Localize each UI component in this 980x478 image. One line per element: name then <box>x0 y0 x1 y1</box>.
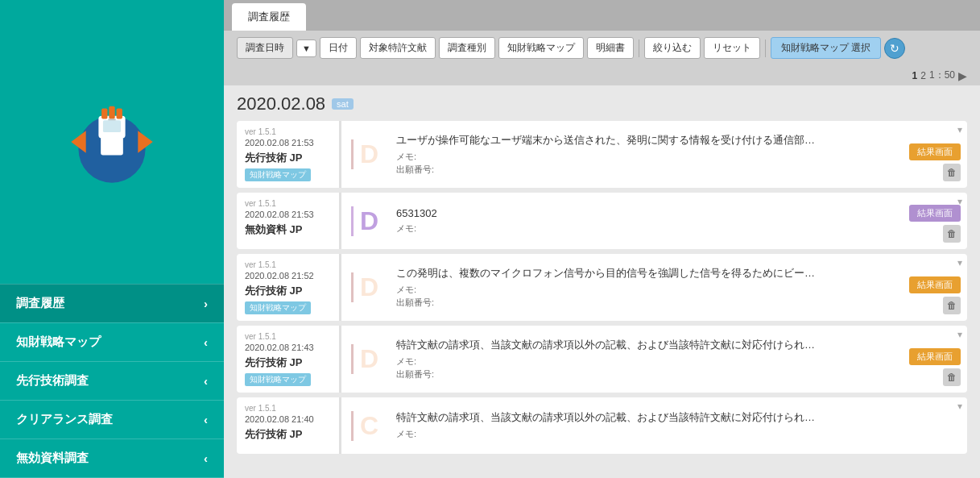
collapse-icon-1[interactable]: ▾ <box>953 121 967 139</box>
record-datetime-1: 2020.02.08 21:53 <box>245 138 314 148</box>
page-current: 1 <box>912 70 918 81</box>
record-memo-3: メモ: <box>396 284 901 296</box>
target-patent-button[interactable]: 対象特許文献 <box>360 37 436 59</box>
record-letter-container-2: D <box>341 193 388 249</box>
date-badge: sat <box>332 98 354 110</box>
delete-button-3[interactable]: 🗑 <box>943 297 961 314</box>
result-button-4[interactable]: 結果画面 <box>909 348 961 365</box>
record-ver-1: ver 1.5.1 <box>245 127 276 136</box>
record-type-3: 先行技術 JP <box>245 284 303 298</box>
date-header: 2020.02.08 sat <box>237 94 967 114</box>
select-ip-map-button[interactable]: 知財戦略マップ 選択 <box>771 37 881 59</box>
main-content: 調査履歴 調査日時 ▼ 日付 対象特許文献 調査種別 知財戦略マップ 明細書 絞… <box>224 0 980 478</box>
svg-marker-2 <box>138 131 152 153</box>
sidebar-item-label: 先行技術調査 <box>16 373 89 389</box>
result-button-1[interactable]: 結果画面 <box>909 143 961 160</box>
sidebar-item-label: 調査履歴 <box>16 296 64 311</box>
chevron-right-icon: › <box>204 297 208 310</box>
chevron-left-icon: ‹ <box>204 374 208 388</box>
svg-marker-1 <box>71 131 85 153</box>
toolbar-divider-2 <box>765 39 766 57</box>
record-type-1: 先行技術 JP <box>245 151 303 165</box>
date-button[interactable]: 日付 <box>320 37 357 59</box>
record-meta-1: ver 1.5.1 2020.02.08 21:53 先行技術 JP 知財戦略マ… <box>237 121 341 188</box>
filter-button[interactable]: 絞り込む <box>644 37 701 59</box>
sidebar-item-clearance[interactable]: クリアランス調査 ‹ <box>0 400 224 439</box>
record-content-1: ユーザが操作可能なユーザ端末から送信された、発明に関する情報を受け付ける通信部…… <box>388 121 909 188</box>
record-tag-1: 知財戦略マップ <box>245 168 311 181</box>
chevron-left-icon: ‹ <box>204 335 208 349</box>
collapse-icon-2[interactable]: ▾ <box>953 193 967 210</box>
record-tag-4: 知財戦略マップ <box>245 373 311 386</box>
record-letter-container-4: D <box>341 326 388 393</box>
record-app-3: 出願番号: <box>396 297 901 309</box>
record-title-1: ユーザが操作可能なユーザ端末から送信された、発明に関する情報を受け付ける通信部… <box>396 133 901 148</box>
sidebar-item-survey-history[interactable]: 調査履歴 › <box>0 284 224 322</box>
svg-rect-9 <box>103 120 121 132</box>
delete-button-2[interactable]: 🗑 <box>943 225 961 243</box>
svg-rect-4 <box>101 108 107 118</box>
record-memo-1: メモ: <box>396 151 901 163</box>
refresh-icon: ↻ <box>890 42 899 55</box>
table-row: ver 1.5.1 2020.02.08 21:40 先行技術 JP C 特許文… <box>237 397 967 454</box>
collapse-icon-5[interactable]: ▾ <box>953 397 967 415</box>
chevron-left-icon: ‹ <box>204 413 208 426</box>
tab-header: 調査履歴 <box>224 0 980 31</box>
record-datetime-5: 2020.02.08 21:40 <box>245 414 314 424</box>
pagination: 1 2 1：50 ▶ <box>224 65 980 85</box>
tab-survey-history[interactable]: 調査履歴 <box>232 3 306 31</box>
toolbar-divider-1 <box>639 39 639 57</box>
record-letter-1: D <box>351 139 378 169</box>
sidebar-item-invalid-material[interactable]: 無効資料調査 ‹ <box>0 439 224 478</box>
sidebar-item-prior-art[interactable]: 先行技術調査 ‹ <box>0 361 224 400</box>
record-memo-2: メモ: <box>396 222 901 235</box>
record-ver-3: ver 1.5.1 <box>245 260 276 269</box>
dropdown-arrow-button[interactable]: ▼ <box>296 39 316 57</box>
record-title-2: 6531302 <box>396 207 901 219</box>
result-button-3[interactable]: 結果画面 <box>909 276 961 293</box>
record-title-3: この発明は、複数のマイクロフォン信号から目的信号を強調した信号を得るためにビー… <box>396 266 901 281</box>
refresh-button[interactable]: ↻ <box>884 38 905 59</box>
date-group: 2020.02.08 sat ver 1.5.1 2020.02.08 21:5… <box>237 94 967 454</box>
record-letter-container-3: D <box>341 254 388 321</box>
record-content-3: この発明は、複数のマイクロフォン信号から目的信号を強調した信号を得るためにビー…… <box>388 254 909 321</box>
delete-button-4[interactable]: 🗑 <box>943 368 961 386</box>
record-tag-3: 知財戦略マップ <box>245 301 311 314</box>
ip-strategy-map-button[interactable]: 知財戦略マップ <box>498 37 584 59</box>
survey-type-button[interactable]: 調査種別 <box>439 37 495 59</box>
record-ver-2: ver 1.5.1 <box>245 199 276 208</box>
collapse-icon-4[interactable]: ▾ <box>953 326 967 343</box>
sidebar-item-ip-strategy[interactable]: 知財戦略マップ ‹ <box>0 322 224 361</box>
page-next-icon[interactable]: ▶ <box>958 69 967 82</box>
reset-button[interactable]: リセット <box>704 37 760 59</box>
table-row: ver 1.5.1 2020.02.08 21:43 先行技術 JP 知財戦略マ… <box>237 326 967 393</box>
record-letter-2: D <box>351 206 378 236</box>
record-letter-4: D <box>351 344 378 374</box>
record-type-5: 先行技術 JP <box>245 427 303 442</box>
chevron-left-icon: ‹ <box>204 451 208 465</box>
sidebar-item-label: 知財戦略マップ <box>16 335 101 350</box>
record-content-4: 特許文献の請求項、当該文献の請求項以外の記載、および当該特許文献に対応付けられ…… <box>388 326 909 393</box>
record-letter-5: C <box>351 411 378 441</box>
record-title-5: 特許文献の請求項、当該文献の請求項以外の記載、および当該特許文献に対応付けられ… <box>396 410 944 425</box>
record-ver-4: ver 1.5.1 <box>245 332 276 341</box>
record-meta-5: ver 1.5.1 2020.02.08 21:40 先行技術 JP <box>237 397 341 454</box>
record-datetime-2: 2020.02.08 21:53 <box>245 210 314 219</box>
record-meta-3: ver 1.5.1 2020.02.08 21:52 先行技術 JP 知財戦略マ… <box>237 254 341 321</box>
record-type-2: 無効資料 JP <box>245 222 303 237</box>
record-letter-container-1: D <box>341 121 388 188</box>
specification-button[interactable]: 明細書 <box>587 37 634 59</box>
date-text: 2020.02.08 <box>237 94 325 114</box>
delete-button-1[interactable]: 🗑 <box>943 164 961 181</box>
table-row: ver 1.5.1 2020.02.08 21:52 先行技術 JP 知財戦略マ… <box>237 254 967 321</box>
survey-date-button[interactable]: 調査日時 <box>237 37 293 59</box>
record-type-4: 先行技術 JP <box>245 355 303 370</box>
collapse-icon-3[interactable]: ▾ <box>953 254 967 272</box>
record-content-5: 特許文献の請求項、当該文献の請求項以外の記載、および当該特許文献に対応付けられ…… <box>388 397 961 454</box>
record-app-4: 出願番号: <box>396 368 901 380</box>
record-letter-container-5: C <box>341 397 388 454</box>
content-area: 2020.02.08 sat ver 1.5.1 2020.02.08 21:5… <box>224 85 980 478</box>
sidebar-item-label: 無効資料調査 <box>16 451 89 466</box>
record-content-2: 6531302 メモ: <box>388 193 909 249</box>
page-separator: 2 <box>920 70 926 81</box>
